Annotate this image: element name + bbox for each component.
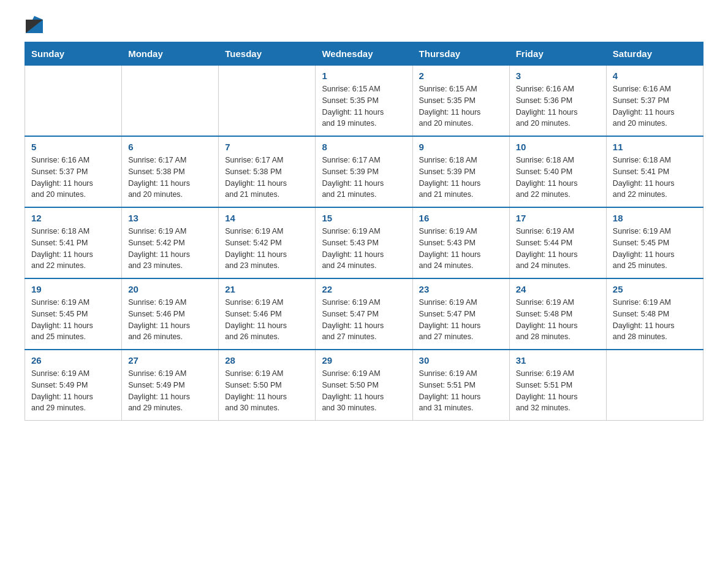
calendar-cell: 13Sunrise: 6:19 AMSunset: 5:42 PMDayligh… (122, 207, 219, 278)
calendar-cell: 11Sunrise: 6:18 AMSunset: 5:41 PMDayligh… (606, 136, 703, 207)
calendar-cell: 6Sunrise: 6:17 AMSunset: 5:38 PMDaylight… (122, 136, 219, 207)
calendar-cell: 22Sunrise: 6:19 AMSunset: 5:47 PMDayligh… (316, 278, 412, 350)
calendar-table: SundayMondayTuesdayWednesdayThursdayFrid… (25, 42, 703, 421)
calendar-cell: 8Sunrise: 6:17 AMSunset: 5:39 PMDaylight… (316, 136, 412, 207)
calendar-cell (25, 66, 122, 137)
day-number: 20 (128, 284, 212, 294)
day-number: 6 (128, 142, 212, 152)
day-info: Sunrise: 6:19 AMSunset: 5:48 PMDaylight:… (516, 297, 600, 343)
day-number: 7 (225, 142, 309, 152)
day-info: Sunrise: 6:19 AMSunset: 5:49 PMDaylight:… (128, 368, 212, 414)
day-number: 23 (419, 284, 503, 294)
day-number: 19 (31, 284, 115, 294)
day-number: 8 (322, 142, 406, 152)
day-info: Sunrise: 6:18 AMSunset: 5:41 PMDaylight:… (31, 226, 115, 272)
calendar-cell: 3Sunrise: 6:16 AMSunset: 5:36 PMDaylight… (509, 66, 606, 137)
day-number: 5 (31, 142, 115, 152)
day-info: Sunrise: 6:19 AMSunset: 5:45 PMDaylight:… (31, 297, 115, 343)
day-number: 18 (613, 213, 697, 223)
day-number: 30 (419, 355, 503, 366)
calendar-cell: 21Sunrise: 6:19 AMSunset: 5:46 PMDayligh… (219, 278, 316, 350)
day-number: 11 (613, 142, 697, 152)
calendar-cell: 29Sunrise: 6:19 AMSunset: 5:50 PMDayligh… (316, 350, 412, 421)
day-number: 1 (322, 71, 406, 81)
day-number: 3 (516, 71, 600, 81)
day-info: Sunrise: 6:17 AMSunset: 5:39 PMDaylight:… (322, 155, 406, 201)
day-info: Sunrise: 6:19 AMSunset: 5:49 PMDaylight:… (31, 368, 115, 414)
day-info: Sunrise: 6:19 AMSunset: 5:47 PMDaylight:… (419, 297, 503, 343)
day-number: 14 (225, 213, 309, 223)
calendar-cell: 10Sunrise: 6:18 AMSunset: 5:40 PMDayligh… (509, 136, 606, 207)
calendar-cell: 30Sunrise: 6:19 AMSunset: 5:51 PMDayligh… (412, 350, 509, 421)
column-header-thursday: Thursday (412, 42, 509, 66)
calendar-cell (122, 66, 219, 137)
calendar-cell: 5Sunrise: 6:16 AMSunset: 5:37 PMDaylight… (25, 136, 122, 207)
calendar-cell: 12Sunrise: 6:18 AMSunset: 5:41 PMDayligh… (25, 207, 122, 278)
day-number: 15 (322, 213, 406, 223)
day-number: 27 (128, 355, 212, 366)
day-info: Sunrise: 6:15 AMSunset: 5:35 PMDaylight:… (322, 83, 406, 129)
day-info: Sunrise: 6:19 AMSunset: 5:47 PMDaylight:… (322, 297, 406, 343)
calendar-cell: 16Sunrise: 6:19 AMSunset: 5:43 PMDayligh… (412, 207, 509, 278)
logo-icon (26, 16, 43, 33)
day-number: 31 (516, 355, 600, 366)
day-info: Sunrise: 6:17 AMSunset: 5:38 PMDaylight:… (128, 155, 212, 201)
day-info: Sunrise: 6:19 AMSunset: 5:51 PMDaylight:… (419, 368, 503, 414)
calendar-cell: 23Sunrise: 6:19 AMSunset: 5:47 PMDayligh… (412, 278, 509, 350)
day-number: 2 (419, 71, 503, 81)
calendar-cell: 18Sunrise: 6:19 AMSunset: 5:45 PMDayligh… (606, 207, 703, 278)
day-number: 12 (31, 213, 115, 223)
calendar-cell: 28Sunrise: 6:19 AMSunset: 5:50 PMDayligh… (219, 350, 316, 421)
calendar-cell: 20Sunrise: 6:19 AMSunset: 5:46 PMDayligh… (122, 278, 219, 350)
calendar-cell: 25Sunrise: 6:19 AMSunset: 5:48 PMDayligh… (606, 278, 703, 350)
column-header-saturday: Saturday (606, 42, 703, 66)
column-header-sunday: Sunday (25, 42, 122, 66)
column-header-friday: Friday (509, 42, 606, 66)
calendar-cell: 2Sunrise: 6:15 AMSunset: 5:35 PMDaylight… (412, 66, 509, 137)
day-info: Sunrise: 6:19 AMSunset: 5:46 PMDaylight:… (128, 297, 212, 343)
calendar-cell: 17Sunrise: 6:19 AMSunset: 5:44 PMDayligh… (509, 207, 606, 278)
day-info: Sunrise: 6:18 AMSunset: 5:39 PMDaylight:… (419, 155, 503, 201)
day-info: Sunrise: 6:16 AMSunset: 5:37 PMDaylight:… (613, 83, 697, 129)
calendar-cell: 14Sunrise: 6:19 AMSunset: 5:42 PMDayligh… (219, 207, 316, 278)
calendar-cell: 1Sunrise: 6:15 AMSunset: 5:35 PMDaylight… (316, 66, 412, 137)
calendar-cell: 27Sunrise: 6:19 AMSunset: 5:49 PMDayligh… (122, 350, 219, 421)
day-info: Sunrise: 6:18 AMSunset: 5:41 PMDaylight:… (613, 155, 697, 201)
day-info: Sunrise: 6:15 AMSunset: 5:35 PMDaylight:… (419, 83, 503, 129)
day-number: 26 (31, 355, 115, 366)
day-number: 13 (128, 213, 212, 223)
day-number: 24 (516, 284, 600, 294)
calendar-cell (606, 350, 703, 421)
calendar-header-row: SundayMondayTuesdayWednesdayThursdayFrid… (25, 42, 703, 66)
day-info: Sunrise: 6:19 AMSunset: 5:44 PMDaylight:… (516, 226, 600, 272)
day-info: Sunrise: 6:18 AMSunset: 5:40 PMDaylight:… (516, 155, 600, 201)
day-number: 10 (516, 142, 600, 152)
column-header-tuesday: Tuesday (219, 42, 316, 66)
day-number: 17 (516, 213, 600, 223)
calendar-cell (219, 66, 316, 137)
page-header (25, 18, 703, 29)
calendar-cell: 19Sunrise: 6:19 AMSunset: 5:45 PMDayligh… (25, 278, 122, 350)
calendar-week-row: 12Sunrise: 6:18 AMSunset: 5:41 PMDayligh… (25, 207, 703, 278)
day-info: Sunrise: 6:19 AMSunset: 5:43 PMDaylight:… (419, 226, 503, 272)
day-info: Sunrise: 6:19 AMSunset: 5:50 PMDaylight:… (322, 368, 406, 414)
day-number: 25 (613, 284, 697, 294)
day-number: 22 (322, 284, 406, 294)
day-info: Sunrise: 6:19 AMSunset: 5:48 PMDaylight:… (613, 297, 697, 343)
day-number: 9 (419, 142, 503, 152)
calendar-cell: 7Sunrise: 6:17 AMSunset: 5:38 PMDaylight… (219, 136, 316, 207)
calendar-cell: 31Sunrise: 6:19 AMSunset: 5:51 PMDayligh… (509, 350, 606, 421)
day-number: 21 (225, 284, 309, 294)
column-header-monday: Monday (122, 42, 219, 66)
day-info: Sunrise: 6:19 AMSunset: 5:42 PMDaylight:… (128, 226, 212, 272)
calendar-week-row: 5Sunrise: 6:16 AMSunset: 5:37 PMDaylight… (25, 136, 703, 207)
calendar-cell: 26Sunrise: 6:19 AMSunset: 5:49 PMDayligh… (25, 350, 122, 421)
logo (25, 18, 43, 29)
calendar-cell: 24Sunrise: 6:19 AMSunset: 5:48 PMDayligh… (509, 278, 606, 350)
calendar-week-row: 1Sunrise: 6:15 AMSunset: 5:35 PMDaylight… (25, 66, 703, 137)
calendar-week-row: 19Sunrise: 6:19 AMSunset: 5:45 PMDayligh… (25, 278, 703, 350)
calendar-cell: 4Sunrise: 6:16 AMSunset: 5:37 PMDaylight… (606, 66, 703, 137)
day-info: Sunrise: 6:19 AMSunset: 5:46 PMDaylight:… (225, 297, 309, 343)
day-info: Sunrise: 6:17 AMSunset: 5:38 PMDaylight:… (225, 155, 309, 201)
calendar-cell: 9Sunrise: 6:18 AMSunset: 5:39 PMDaylight… (412, 136, 509, 207)
